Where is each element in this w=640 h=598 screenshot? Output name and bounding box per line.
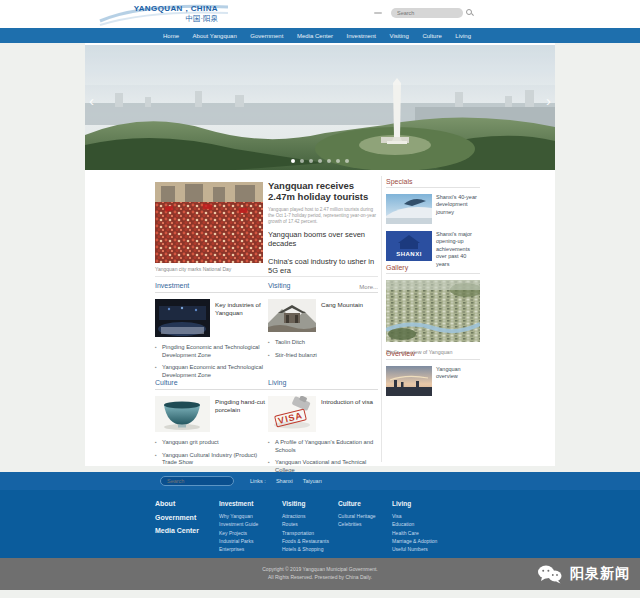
carousel-dot[interactable] xyxy=(291,159,295,163)
specials-item: SHANXI Shanxi's major opening-up achieve… xyxy=(386,231,480,268)
footer-link[interactable]: Celebrities xyxy=(338,520,376,528)
specials-heading: Specials xyxy=(386,178,480,188)
overview-heading: Overview xyxy=(386,350,480,360)
header-search-box[interactable] xyxy=(391,8,463,18)
footer-link[interactable]: Investment Guide xyxy=(219,520,258,528)
living-thumb[interactable]: VISA xyxy=(268,396,316,432)
nav-about-yangquan[interactable]: About Yangquan xyxy=(193,33,237,39)
footer-link[interactable]: Attractions xyxy=(282,512,329,520)
vertical-divider xyxy=(381,176,382,462)
logo-title: YANGQUAN , CHINA xyxy=(122,4,218,14)
carousel-dot[interactable] xyxy=(318,159,322,163)
gallery-heading: Gallery xyxy=(386,264,480,274)
investment-feature-link[interactable]: Key industries of Yangquan xyxy=(215,299,269,337)
section-living: Living VISA Introduction of visa xyxy=(268,379,378,479)
link-shanxi[interactable]: Shanxi xyxy=(276,478,293,484)
footer-link[interactable]: Enterprises xyxy=(219,545,258,553)
footer-group-culture: Culture Cultural Heritage Celebrities xyxy=(338,500,376,529)
news-photo[interactable] xyxy=(155,182,263,263)
footer-media-center[interactable]: Media Center xyxy=(155,527,199,534)
wechat-branding: 阳泉新闻 xyxy=(537,564,630,584)
footer-group-heading: Culture xyxy=(338,500,376,507)
footer-group-heading: Living xyxy=(392,500,437,507)
nav-culture[interactable]: Culture xyxy=(422,33,441,39)
nav-visiting[interactable]: Visiting xyxy=(390,33,409,39)
specials-thumb-2[interactable]: SHANXI xyxy=(386,231,432,261)
footer-group-heading: Investment xyxy=(219,500,258,507)
footer-search-box[interactable] xyxy=(160,476,234,486)
section-investment: Investment Key industries of Yangquan Pi… xyxy=(155,282,269,384)
site-logo[interactable]: YANGQUAN , CHINA 中国·阳泉 xyxy=(122,4,218,23)
footer-link[interactable]: Key Projects xyxy=(219,529,258,537)
news-headline[interactable]: Yangquan receives 2.47m holiday tourists xyxy=(268,180,378,203)
nav-living[interactable]: Living xyxy=(455,33,471,39)
section-heading-visiting: Visiting xyxy=(268,282,378,293)
carousel-next-icon[interactable]: › xyxy=(546,93,551,108)
specials-caption-2[interactable]: Shanxi's major opening-up achievements o… xyxy=(436,231,480,268)
carousel-dot[interactable] xyxy=(336,159,340,163)
footer-link[interactable]: Foods & Restaurants xyxy=(282,537,329,545)
specials-caption-1[interactable]: Shanxi's 40-year development journey xyxy=(436,194,480,224)
overview-item: Yangquan overview xyxy=(386,366,480,396)
footer-link[interactable]: Why Yangquan xyxy=(219,512,258,520)
footer-government[interactable]: Government xyxy=(155,514,199,521)
overview-thumb[interactable] xyxy=(386,366,432,396)
news-subheadline[interactable]: China's coal industry to usher in 5G era xyxy=(268,257,378,275)
footer-link[interactable]: Routes xyxy=(282,520,329,528)
carousel-dot[interactable] xyxy=(309,159,313,163)
footer-group-living: Living Visa Education Health Care Marria… xyxy=(392,500,437,553)
footer-link[interactable]: Hotels & Shopping xyxy=(282,545,329,553)
culture-link[interactable]: Yangquan Cultural Industry (Product) Tra… xyxy=(155,452,269,467)
logo-subtitle: 中国·阳泉 xyxy=(122,14,218,23)
culture-link[interactable]: Yangquan grit product xyxy=(155,439,269,447)
footer-search-input[interactable] xyxy=(161,477,233,485)
top-header: YANGQUAN , CHINA 中国·阳泉 xyxy=(0,0,640,28)
investment-thumb[interactable] xyxy=(155,299,210,337)
footer-main: About Government Media Center Investment… xyxy=(0,490,640,558)
footer-about[interactable]: About xyxy=(155,500,199,507)
footer-link[interactable]: Health Care xyxy=(392,529,437,537)
news-subheadline[interactable]: Yangquan booms over seven decades xyxy=(268,230,378,248)
main-navigation: Home About Yangquan Government Media Cen… xyxy=(0,28,640,43)
main-content: Yangquan city marks National Day Yangqua… xyxy=(85,170,555,466)
wechat-icon xyxy=(537,564,563,584)
footer-link[interactable]: Cultural Heritage xyxy=(338,512,376,520)
carousel-dot[interactable] xyxy=(327,159,331,163)
footer-link[interactable]: Education xyxy=(392,520,437,528)
hero-carousel[interactable]: ‹ › xyxy=(85,45,555,170)
living-link[interactable]: A Profile of Yangquan's Education and Sc… xyxy=(268,439,378,454)
visiting-link[interactable]: Taolin Ditch xyxy=(268,339,378,347)
wechat-account-name: 阳泉新闻 xyxy=(570,565,630,583)
nav-government[interactable]: Government xyxy=(250,33,283,39)
section-visiting: Visiting Cang Mountain Taolin Ditch Stir… xyxy=(268,282,378,364)
carousel-dot[interactable] xyxy=(300,159,304,163)
section-heading-culture: Culture xyxy=(155,379,269,390)
link-taiyuan[interactable]: Taiyuan xyxy=(303,478,322,484)
footer-link[interactable]: Useful Numbers xyxy=(392,545,437,553)
living-feature-link[interactable]: Introduction of visa xyxy=(321,396,373,432)
news-headlines: Yangquan receives 2.47m holiday tourists… xyxy=(268,180,378,290)
visiting-feature-link[interactable]: Cang Mountain xyxy=(321,299,363,332)
gallery-image[interactable] xyxy=(386,280,480,342)
footer-link[interactable]: Industrial Parks xyxy=(219,537,258,545)
footer-link[interactable]: Marriage & Adoption xyxy=(392,537,437,545)
header-decoration xyxy=(374,12,382,14)
carousel-prev-icon[interactable]: ‹ xyxy=(89,93,94,108)
search-icon[interactable] xyxy=(466,9,474,17)
overview-caption[interactable]: Yangquan overview xyxy=(436,366,480,396)
section-heading-living: Living xyxy=(268,379,378,390)
nav-investment[interactable]: Investment xyxy=(347,33,376,39)
footer-link[interactable]: Transportation xyxy=(282,529,329,537)
investment-link[interactable]: Pingding Economic and Technological Deve… xyxy=(155,344,269,359)
culture-feature-link[interactable]: Pingding hand-cut porcelain xyxy=(215,396,269,432)
investment-link[interactable]: Yangquan Economic and Technological Deve… xyxy=(155,364,269,379)
specials-thumb-1[interactable] xyxy=(386,194,432,224)
footer-link[interactable]: Visa xyxy=(392,512,437,520)
nav-media-center[interactable]: Media Center xyxy=(297,33,333,39)
header-search-input[interactable] xyxy=(391,8,463,18)
carousel-dot[interactable] xyxy=(345,159,349,163)
nav-home[interactable]: Home xyxy=(163,33,179,39)
visiting-thumb[interactable] xyxy=(268,299,316,332)
visiting-link[interactable]: Stir-fried bulanzi xyxy=(268,352,378,360)
culture-thumb[interactable] xyxy=(155,396,210,432)
